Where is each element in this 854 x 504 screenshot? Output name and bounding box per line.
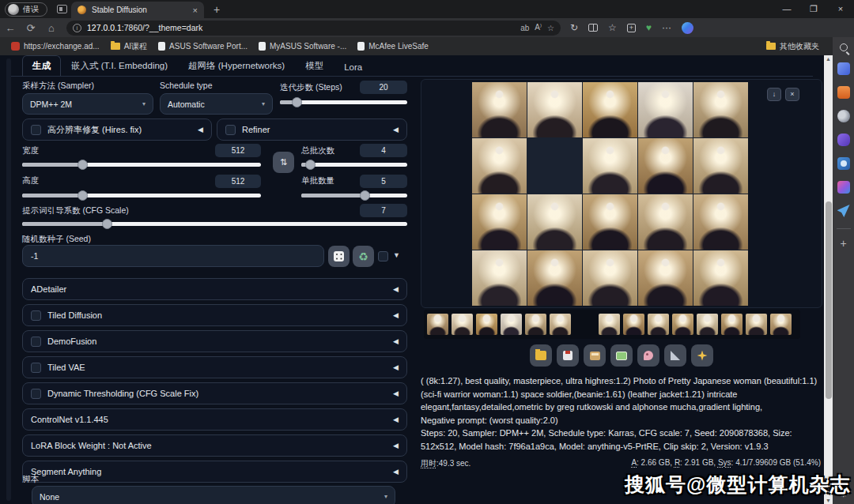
generated-image-18[interactable]: [583, 250, 637, 306]
close-gallery-button[interactable]: ×: [785, 88, 799, 101]
home-icon[interactable]: ⌂: [41, 22, 62, 34]
hires-fix-checkbox[interactable]: [31, 125, 41, 135]
generated-image-2[interactable]: [527, 82, 582, 137]
thumbnail-6[interactable]: [550, 314, 571, 335]
people-icon[interactable]: [837, 110, 850, 122]
image-button[interactable]: [610, 344, 633, 367]
slider-handle[interactable]: [305, 160, 316, 170]
generated-image-13[interactable]: [583, 194, 637, 250]
batch-count-slider[interactable]: [301, 163, 407, 167]
window-close-button[interactable]: ×: [827, 0, 854, 18]
camera-icon[interactable]: [837, 157, 850, 170]
schedule-dropdown[interactable]: Automatic▾: [160, 93, 273, 115]
thumbnail-8[interactable]: [599, 314, 620, 335]
checkbox[interactable]: [31, 337, 41, 347]
tab-模型[interactable]: 模型: [295, 55, 334, 76]
thumbnail-12[interactable]: [697, 314, 718, 335]
page-scrollbar[interactable]: ▲ ▼: [824, 55, 833, 504]
scroll-down-icon[interactable]: ▼: [824, 498, 833, 503]
window-minimize-button[interactable]: —: [773, 0, 800, 18]
generated-image-16[interactable]: [472, 250, 527, 306]
batch-size-slider[interactable]: [301, 194, 407, 197]
generated-image-11[interactable]: [472, 194, 527, 250]
tab-close-icon[interactable]: ×: [193, 6, 198, 15]
browser-essentials-icon[interactable]: ♥: [646, 22, 652, 33]
thumbnail-9[interactable]: [623, 314, 644, 335]
reuse-seed-button[interactable]: ♻: [353, 246, 374, 267]
tab-超网络 (Hypernetworks)[interactable]: 超网络 (Hypernetworks): [178, 55, 295, 76]
steps-slider[interactable]: [280, 100, 407, 104]
generated-image-20[interactable]: [693, 250, 748, 306]
seed-extra-caret-icon[interactable]: ▼: [393, 251, 400, 259]
checkbox[interactable]: [31, 363, 41, 373]
scroll-up-icon[interactable]: ▲: [824, 56, 833, 62]
extra-seed-checkbox[interactable]: [378, 251, 388, 261]
thumbnail-11[interactable]: [672, 314, 693, 335]
cfg-value[interactable]: 7: [360, 204, 407, 217]
generated-image-12[interactable]: [527, 194, 582, 250]
plane-icon[interactable]: [837, 205, 850, 217]
split-screen-icon[interactable]: [588, 24, 598, 32]
accordion-lora-block-weight-not-active[interactable]: LoRA Block Weight : Not Active◀: [22, 434, 407, 457]
controller-icon[interactable]: [837, 134, 850, 146]
thumbnail-3[interactable]: [476, 314, 497, 335]
accordion-tiled-diffusion[interactable]: Tiled Diffusion◀: [22, 304, 407, 326]
generated-image-14[interactable]: [638, 194, 693, 250]
new-tab-button[interactable]: +: [214, 3, 220, 16]
tab-生成[interactable]: 生成: [22, 55, 61, 76]
window-restore-button[interactable]: ❐: [800, 0, 827, 18]
bookmark-item[interactable]: ASUS Software Port...: [158, 42, 248, 51]
script-dropdown[interactable]: None▾: [32, 486, 395, 504]
slider-handle[interactable]: [102, 219, 112, 229]
refiner-checkbox[interactable]: [225, 125, 236, 135]
download-image-button[interactable]: ↓: [767, 88, 781, 101]
generated-image-15[interactable]: [693, 194, 748, 250]
slider-handle[interactable]: [77, 190, 88, 201]
bookmark-item[interactable]: AI课程: [111, 41, 147, 52]
read-aloud-icon[interactable]: A): [535, 23, 542, 32]
refiner-accordion[interactable]: Refiner ◀: [217, 118, 407, 141]
thumbnail-5[interactable]: [525, 314, 546, 335]
accordion-controlnet-v1-1-445[interactable]: ControlNet v1.1.445◀: [22, 408, 407, 431]
generated-image-8[interactable]: [583, 138, 637, 194]
height-slider[interactable]: [22, 194, 261, 197]
address-bar[interactable]: i 127.0.0.1:7860/?__theme=dark ab A) ☆: [66, 21, 561, 36]
checkbox[interactable]: [31, 310, 41, 321]
accordion-adetailer[interactable]: ADetailer◀: [22, 278, 407, 300]
favorite-star-icon[interactable]: ☆: [547, 24, 554, 32]
folder-button[interactable]: [530, 344, 552, 367]
batch-size-value[interactable]: 5: [360, 175, 407, 188]
generated-image-5[interactable]: [693, 82, 748, 137]
sidebar-add-icon[interactable]: +: [840, 237, 846, 250]
generated-image-17[interactable]: [527, 250, 582, 306]
browser-tab[interactable]: Stable Diffusion ×: [71, 2, 204, 18]
swap-dimensions-button[interactable]: ⇅: [273, 152, 294, 173]
generated-image-4[interactable]: [638, 82, 693, 137]
archive-button[interactable]: [584, 344, 606, 367]
generated-image-19[interactable]: [638, 250, 693, 306]
slider-handle[interactable]: [360, 190, 370, 201]
seed-input[interactable]: [22, 245, 324, 267]
thumbnail-2[interactable]: [452, 314, 473, 335]
cfg-slider[interactable]: [22, 222, 407, 226]
bookmark-item[interactable]: https://exchange.ad...: [11, 42, 100, 51]
site-info-icon[interactable]: i: [73, 24, 81, 32]
thumbnail-7[interactable]: [574, 314, 595, 335]
width-slider[interactable]: [22, 163, 261, 167]
width-value[interactable]: 512: [215, 144, 261, 157]
ruler-button[interactable]: [664, 344, 686, 367]
profile-button[interactable]: 借误: [5, 2, 47, 17]
accordion-segment-anything[interactable]: Segment Anything◀: [22, 461, 407, 483]
tab-Lora[interactable]: Lora: [334, 58, 372, 76]
thumbnail-1[interactable]: [427, 314, 448, 335]
steps-value[interactable]: 20: [360, 81, 407, 94]
generated-image-7[interactable]: [527, 138, 582, 194]
slider-handle[interactable]: [77, 160, 88, 170]
hires-fix-accordion[interactable]: 高分辨率修复 (Hires. fix) ◀: [22, 118, 212, 141]
accordion-demofusion[interactable]: DemoFusion◀: [22, 330, 407, 352]
generated-image-1[interactable]: [472, 82, 527, 137]
random-seed-button[interactable]: [328, 246, 350, 267]
favorites-icon[interactable]: ☆: [608, 22, 617, 33]
palette-button[interactable]: [637, 344, 659, 367]
thumbnail-13[interactable]: [721, 314, 743, 335]
